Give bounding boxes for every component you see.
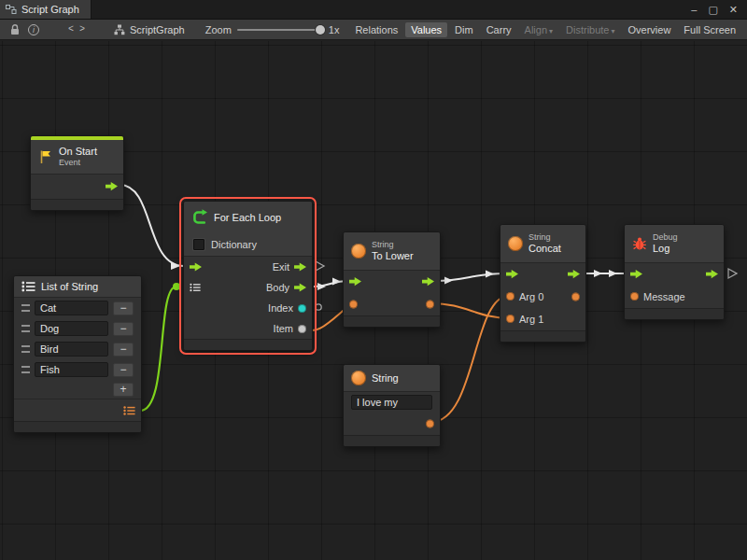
item-output-port[interactable]: Item bbox=[274, 323, 306, 334]
string-circle-icon bbox=[508, 236, 523, 251]
value-dot-icon bbox=[426, 420, 434, 428]
dictionary-option: Dictionary bbox=[184, 233, 312, 256]
graph-selector-label: ScriptGraph bbox=[130, 24, 185, 35]
node-log[interactable]: Debug Log Message bbox=[624, 224, 725, 320]
node-footer bbox=[500, 330, 585, 342]
toolbar-buttons: Relations Values Dim Carry Align▾ Distri… bbox=[349, 22, 741, 37]
exec-arrow-icon bbox=[422, 277, 434, 287]
port-label: Exit bbox=[273, 261, 289, 273]
drag-handle-icon[interactable] bbox=[21, 325, 30, 332]
code-preview-icon[interactable]: < > bbox=[67, 21, 86, 38]
string-input-port[interactable] bbox=[349, 300, 358, 308]
node-footer bbox=[344, 315, 440, 327]
wire-arrowhead bbox=[171, 262, 180, 270]
node-concat[interactable]: String Concat Arg 0 bbox=[500, 224, 586, 343]
chevron-down-icon: ▾ bbox=[549, 27, 553, 35]
node-footer bbox=[625, 308, 724, 319]
exec-input-port[interactable] bbox=[349, 277, 361, 287]
dictionary-checkbox[interactable] bbox=[193, 239, 204, 250]
full-screen-button[interactable]: Full Screen bbox=[678, 22, 741, 37]
body-output-port[interactable]: Body bbox=[266, 282, 306, 293]
exec-output-port[interactable] bbox=[106, 182, 118, 191]
bug-icon bbox=[632, 236, 647, 251]
exit-output-port[interactable]: Exit bbox=[273, 261, 306, 273]
list-item-row: Cat − bbox=[14, 298, 141, 318]
zoom-value: 1x bbox=[329, 24, 340, 35]
value-dot-icon bbox=[349, 300, 358, 308]
node-on-start[interactable]: On Start Event bbox=[30, 135, 124, 211]
graph-canvas[interactable]: On Start Event List of String bbox=[0, 41, 747, 560]
exec-arrow-icon bbox=[706, 270, 718, 279]
dim-button[interactable]: Dim bbox=[449, 22, 479, 37]
exec-output-port[interactable] bbox=[706, 270, 718, 279]
list-output-icon bbox=[123, 405, 135, 415]
result-output-port[interactable] bbox=[426, 300, 434, 308]
remove-item-button[interactable]: − bbox=[113, 322, 134, 336]
drag-handle-icon[interactable] bbox=[21, 345, 30, 353]
values-button[interactable]: Values bbox=[405, 22, 447, 37]
collection-input-port[interactable] bbox=[190, 283, 201, 292]
result-output-port[interactable] bbox=[571, 292, 580, 301]
graph-selector[interactable]: ScriptGraph bbox=[114, 24, 185, 35]
port-label: Item bbox=[274, 323, 293, 334]
loop-icon bbox=[191, 209, 208, 226]
wire-arrowhead bbox=[332, 278, 341, 286]
carry-button[interactable]: Carry bbox=[481, 22, 517, 37]
port-label: Body bbox=[266, 282, 289, 293]
node-header: Debug Log bbox=[625, 225, 724, 262]
port-label: Message bbox=[643, 291, 685, 302]
tab-script-graph[interactable]: Script Graph bbox=[0, 0, 92, 19]
list-item-field[interactable]: Bird bbox=[35, 342, 108, 357]
align-button[interactable]: Align▾ bbox=[519, 22, 558, 37]
list-icon bbox=[21, 281, 35, 292]
node-title: For Each Loop bbox=[214, 212, 281, 223]
minimize-icon[interactable]: – bbox=[691, 4, 697, 15]
lock-icon[interactable] bbox=[6, 21, 24, 38]
node-for-each-loop[interactable]: For Each Loop Dictionary Exit bbox=[183, 201, 313, 351]
exec-output-port[interactable] bbox=[568, 270, 580, 279]
remove-item-button[interactable]: − bbox=[113, 363, 134, 377]
exec-output-port[interactable] bbox=[422, 277, 434, 287]
drag-handle-icon[interactable] bbox=[21, 366, 30, 373]
zoom-slider-thumb[interactable] bbox=[316, 25, 325, 35]
graph-toolbar: i < > ScriptGraph Zoom 1x Relations Valu… bbox=[0, 20, 747, 40]
exec-input-port[interactable] bbox=[190, 262, 202, 272]
arg1-input-port[interactable]: Arg 1 bbox=[506, 314, 543, 325]
list-item-field[interactable]: Cat bbox=[35, 301, 108, 315]
wire-tolower-to-arg1 bbox=[431, 303, 509, 318]
info-icon[interactable]: i bbox=[24, 21, 43, 38]
zoom-slider[interactable] bbox=[237, 29, 323, 31]
add-item-button[interactable]: + bbox=[113, 383, 134, 397]
list-item-row: Bird − bbox=[14, 339, 141, 359]
exec-arrow-icon bbox=[294, 262, 306, 272]
close-icon[interactable]: ✕ bbox=[729, 4, 738, 16]
node-title: To Lower bbox=[372, 250, 414, 262]
remove-item-button[interactable]: − bbox=[113, 343, 134, 357]
string-value-field[interactable]: I love my bbox=[351, 395, 432, 410]
distribute-button[interactable]: Distribute▾ bbox=[560, 22, 620, 37]
string-output-port[interactable] bbox=[426, 420, 434, 428]
list-output-port[interactable] bbox=[123, 405, 135, 415]
maximize-icon[interactable]: ▢ bbox=[708, 4, 717, 16]
list-item-field[interactable]: Fish bbox=[35, 362, 108, 377]
node-list-of-string[interactable]: List of String Cat − Dog − Bird − bbox=[13, 275, 142, 433]
index-output-port[interactable]: Index bbox=[268, 302, 306, 314]
value-dot-icon bbox=[571, 292, 580, 301]
list-item-field[interactable]: Dog bbox=[35, 321, 108, 336]
relations-button[interactable]: Relations bbox=[349, 22, 403, 37]
node-string-literal[interactable]: String I love my bbox=[343, 364, 441, 447]
overview-button[interactable]: Overview bbox=[623, 22, 677, 37]
remove-item-button[interactable]: − bbox=[113, 301, 134, 315]
drag-handle-icon[interactable] bbox=[21, 304, 30, 312]
exec-input-port[interactable] bbox=[506, 270, 518, 279]
zoom-control: Zoom 1x bbox=[205, 24, 340, 35]
wire-arrowhead bbox=[444, 277, 453, 285]
log-exit-unconnected-triangle bbox=[728, 269, 737, 278]
exec-input-port[interactable] bbox=[630, 270, 642, 279]
node-to-lower[interactable]: String To Lower bbox=[343, 231, 441, 328]
node-title: List of String bbox=[41, 281, 98, 292]
exec-arrow-icon bbox=[190, 262, 202, 272]
arg0-input-port[interactable]: Arg 0 bbox=[506, 291, 543, 302]
message-input-port[interactable]: Message bbox=[630, 291, 685, 302]
node-footer bbox=[31, 199, 123, 210]
